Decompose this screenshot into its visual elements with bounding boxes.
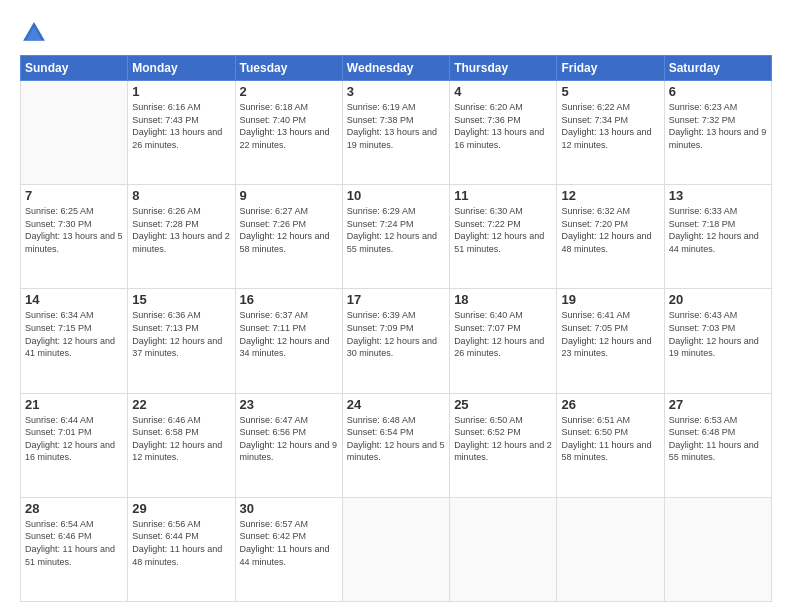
day-number: 15	[132, 292, 230, 307]
day-info: Sunrise: 6:23 AM Sunset: 7:32 PM Dayligh…	[669, 101, 767, 151]
day-number: 4	[454, 84, 552, 99]
weekday-header-tuesday: Tuesday	[235, 56, 342, 81]
day-info: Sunrise: 6:54 AM Sunset: 6:46 PM Dayligh…	[25, 518, 123, 568]
calendar-cell: 25Sunrise: 6:50 AM Sunset: 6:52 PM Dayli…	[450, 393, 557, 497]
page: SundayMondayTuesdayWednesdayThursdayFrid…	[0, 0, 792, 612]
logo	[20, 19, 52, 47]
weekday-header-friday: Friday	[557, 56, 664, 81]
calendar-cell: 7Sunrise: 6:25 AM Sunset: 7:30 PM Daylig…	[21, 185, 128, 289]
day-number: 9	[240, 188, 338, 203]
day-info: Sunrise: 6:43 AM Sunset: 7:03 PM Dayligh…	[669, 309, 767, 359]
day-info: Sunrise: 6:29 AM Sunset: 7:24 PM Dayligh…	[347, 205, 445, 255]
day-info: Sunrise: 6:50 AM Sunset: 6:52 PM Dayligh…	[454, 414, 552, 464]
calendar-cell: 4Sunrise: 6:20 AM Sunset: 7:36 PM Daylig…	[450, 81, 557, 185]
day-info: Sunrise: 6:32 AM Sunset: 7:20 PM Dayligh…	[561, 205, 659, 255]
day-info: Sunrise: 6:40 AM Sunset: 7:07 PM Dayligh…	[454, 309, 552, 359]
calendar-cell: 15Sunrise: 6:36 AM Sunset: 7:13 PM Dayli…	[128, 289, 235, 393]
calendar-cell: 19Sunrise: 6:41 AM Sunset: 7:05 PM Dayli…	[557, 289, 664, 393]
day-info: Sunrise: 6:51 AM Sunset: 6:50 PM Dayligh…	[561, 414, 659, 464]
calendar-cell: 6Sunrise: 6:23 AM Sunset: 7:32 PM Daylig…	[664, 81, 771, 185]
week-row-4: 21Sunrise: 6:44 AM Sunset: 7:01 PM Dayli…	[21, 393, 772, 497]
calendar-cell: 23Sunrise: 6:47 AM Sunset: 6:56 PM Dayli…	[235, 393, 342, 497]
calendar-table: SundayMondayTuesdayWednesdayThursdayFrid…	[20, 55, 772, 602]
day-info: Sunrise: 6:44 AM Sunset: 7:01 PM Dayligh…	[25, 414, 123, 464]
week-row-3: 14Sunrise: 6:34 AM Sunset: 7:15 PM Dayli…	[21, 289, 772, 393]
weekday-header-monday: Monday	[128, 56, 235, 81]
day-number: 16	[240, 292, 338, 307]
calendar-cell	[450, 497, 557, 601]
day-info: Sunrise: 6:20 AM Sunset: 7:36 PM Dayligh…	[454, 101, 552, 151]
calendar-cell: 3Sunrise: 6:19 AM Sunset: 7:38 PM Daylig…	[342, 81, 449, 185]
week-row-5: 28Sunrise: 6:54 AM Sunset: 6:46 PM Dayli…	[21, 497, 772, 601]
day-number: 6	[669, 84, 767, 99]
calendar-cell: 5Sunrise: 6:22 AM Sunset: 7:34 PM Daylig…	[557, 81, 664, 185]
calendar-cell: 12Sunrise: 6:32 AM Sunset: 7:20 PM Dayli…	[557, 185, 664, 289]
calendar-cell: 21Sunrise: 6:44 AM Sunset: 7:01 PM Dayli…	[21, 393, 128, 497]
weekday-header-wednesday: Wednesday	[342, 56, 449, 81]
day-number: 2	[240, 84, 338, 99]
day-number: 12	[561, 188, 659, 203]
weekday-header-saturday: Saturday	[664, 56, 771, 81]
logo-icon	[20, 19, 48, 47]
day-info: Sunrise: 6:27 AM Sunset: 7:26 PM Dayligh…	[240, 205, 338, 255]
day-info: Sunrise: 6:57 AM Sunset: 6:42 PM Dayligh…	[240, 518, 338, 568]
day-number: 30	[240, 501, 338, 516]
day-info: Sunrise: 6:34 AM Sunset: 7:15 PM Dayligh…	[25, 309, 123, 359]
day-info: Sunrise: 6:39 AM Sunset: 7:09 PM Dayligh…	[347, 309, 445, 359]
day-number: 24	[347, 397, 445, 412]
calendar-cell: 10Sunrise: 6:29 AM Sunset: 7:24 PM Dayli…	[342, 185, 449, 289]
day-info: Sunrise: 6:16 AM Sunset: 7:43 PM Dayligh…	[132, 101, 230, 151]
calendar-cell: 20Sunrise: 6:43 AM Sunset: 7:03 PM Dayli…	[664, 289, 771, 393]
day-info: Sunrise: 6:36 AM Sunset: 7:13 PM Dayligh…	[132, 309, 230, 359]
day-number: 27	[669, 397, 767, 412]
day-info: Sunrise: 6:53 AM Sunset: 6:48 PM Dayligh…	[669, 414, 767, 464]
calendar-cell: 8Sunrise: 6:26 AM Sunset: 7:28 PM Daylig…	[128, 185, 235, 289]
day-number: 5	[561, 84, 659, 99]
calendar-cell: 1Sunrise: 6:16 AM Sunset: 7:43 PM Daylig…	[128, 81, 235, 185]
day-info: Sunrise: 6:30 AM Sunset: 7:22 PM Dayligh…	[454, 205, 552, 255]
day-info: Sunrise: 6:26 AM Sunset: 7:28 PM Dayligh…	[132, 205, 230, 255]
day-number: 7	[25, 188, 123, 203]
calendar-cell: 9Sunrise: 6:27 AM Sunset: 7:26 PM Daylig…	[235, 185, 342, 289]
calendar-cell	[21, 81, 128, 185]
day-number: 14	[25, 292, 123, 307]
day-number: 28	[25, 501, 123, 516]
day-number: 8	[132, 188, 230, 203]
calendar-cell: 18Sunrise: 6:40 AM Sunset: 7:07 PM Dayli…	[450, 289, 557, 393]
calendar-cell: 14Sunrise: 6:34 AM Sunset: 7:15 PM Dayli…	[21, 289, 128, 393]
calendar-cell: 24Sunrise: 6:48 AM Sunset: 6:54 PM Dayli…	[342, 393, 449, 497]
day-info: Sunrise: 6:47 AM Sunset: 6:56 PM Dayligh…	[240, 414, 338, 464]
calendar-cell	[557, 497, 664, 601]
weekday-header-sunday: Sunday	[21, 56, 128, 81]
calendar-cell: 11Sunrise: 6:30 AM Sunset: 7:22 PM Dayli…	[450, 185, 557, 289]
week-row-2: 7Sunrise: 6:25 AM Sunset: 7:30 PM Daylig…	[21, 185, 772, 289]
week-row-1: 1Sunrise: 6:16 AM Sunset: 7:43 PM Daylig…	[21, 81, 772, 185]
day-number: 1	[132, 84, 230, 99]
weekday-header-row: SundayMondayTuesdayWednesdayThursdayFrid…	[21, 56, 772, 81]
day-number: 29	[132, 501, 230, 516]
day-number: 18	[454, 292, 552, 307]
calendar-cell	[664, 497, 771, 601]
calendar-cell: 17Sunrise: 6:39 AM Sunset: 7:09 PM Dayli…	[342, 289, 449, 393]
weekday-header-thursday: Thursday	[450, 56, 557, 81]
calendar-cell: 26Sunrise: 6:51 AM Sunset: 6:50 PM Dayli…	[557, 393, 664, 497]
calendar-cell: 2Sunrise: 6:18 AM Sunset: 7:40 PM Daylig…	[235, 81, 342, 185]
day-info: Sunrise: 6:18 AM Sunset: 7:40 PM Dayligh…	[240, 101, 338, 151]
calendar-cell: 16Sunrise: 6:37 AM Sunset: 7:11 PM Dayli…	[235, 289, 342, 393]
day-number: 19	[561, 292, 659, 307]
day-number: 23	[240, 397, 338, 412]
day-number: 17	[347, 292, 445, 307]
day-info: Sunrise: 6:33 AM Sunset: 7:18 PM Dayligh…	[669, 205, 767, 255]
header	[20, 15, 772, 47]
day-number: 20	[669, 292, 767, 307]
calendar-cell: 28Sunrise: 6:54 AM Sunset: 6:46 PM Dayli…	[21, 497, 128, 601]
day-number: 10	[347, 188, 445, 203]
calendar-cell: 22Sunrise: 6:46 AM Sunset: 6:58 PM Dayli…	[128, 393, 235, 497]
day-info: Sunrise: 6:56 AM Sunset: 6:44 PM Dayligh…	[132, 518, 230, 568]
calendar-cell: 13Sunrise: 6:33 AM Sunset: 7:18 PM Dayli…	[664, 185, 771, 289]
calendar-cell: 29Sunrise: 6:56 AM Sunset: 6:44 PM Dayli…	[128, 497, 235, 601]
day-info: Sunrise: 6:41 AM Sunset: 7:05 PM Dayligh…	[561, 309, 659, 359]
day-number: 25	[454, 397, 552, 412]
day-number: 13	[669, 188, 767, 203]
day-info: Sunrise: 6:22 AM Sunset: 7:34 PM Dayligh…	[561, 101, 659, 151]
